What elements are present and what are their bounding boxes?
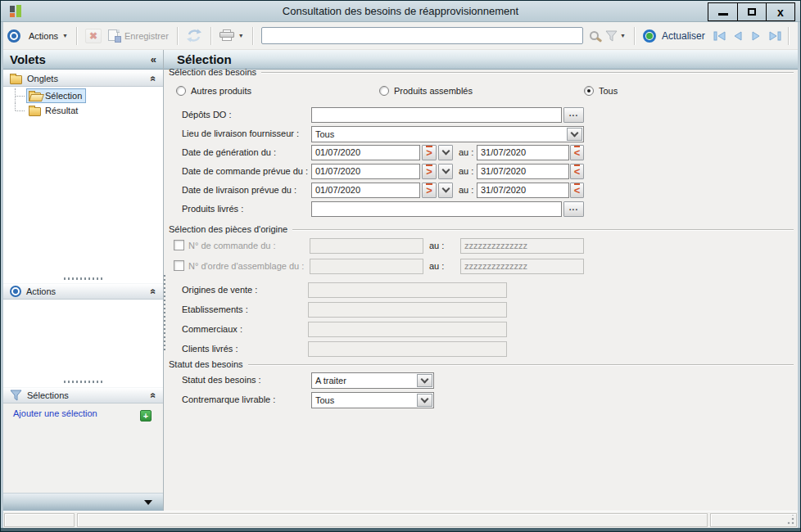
num-commande-checkbox[interactable] [174, 240, 184, 250]
folder-icon [29, 107, 41, 116]
tree-connector [15, 88, 26, 103]
radio-tous[interactable] [584, 86, 594, 96]
num-assemblage-from-input [310, 259, 423, 274]
field-label: N° d'ordre d'assemblage du : [188, 259, 304, 273]
actions-menu-button[interactable]: Actions ▼ [25, 29, 71, 43]
depots-input[interactable] [311, 107, 562, 123]
field-label: Lieu de livraison fournisseur : [182, 126, 299, 141]
main-panel: Sélection Sélection des besoins Autres p… [164, 50, 798, 511]
depots-lookup-button[interactable]: ... [563, 107, 584, 123]
actions-menu-label: Actions [29, 31, 58, 41]
chevron-down-icon [571, 128, 579, 137]
splitter-handle[interactable] [64, 381, 103, 383]
delete-button[interactable]: ✖ [82, 26, 105, 46]
field-label: Date de commande prévue du : [182, 164, 308, 178]
group-caption-text: Sélection des pièces d'origine [169, 224, 287, 234]
toolbar-separator [210, 27, 211, 45]
group-caption-besoins: Sélection des besoins [169, 66, 794, 78]
date-back-button[interactable]: < [570, 164, 584, 179]
maximize-button[interactable] [737, 3, 766, 20]
date-commande-to-input[interactable]: 31/07/2020 [477, 164, 569, 179]
date-back-button[interactable]: < [570, 145, 584, 160]
section-header-actions[interactable]: Actions « [3, 283, 163, 300]
tree-item-label: Sélection [45, 91, 82, 101]
produits-livres-input[interactable] [311, 201, 562, 217]
sidebar-title-bar: Volets « [3, 50, 163, 70]
nav-next-icon [750, 31, 762, 41]
origines-input [308, 282, 507, 298]
au-label: au : [459, 164, 473, 178]
tree-item-selection[interactable]: Sélection [15, 88, 86, 103]
date-next-button[interactable]: > [422, 145, 437, 160]
date-generation-from-input[interactable]: 01/07/2020 [311, 145, 420, 160]
folder-icon [10, 75, 22, 84]
toolbar: Actions ▼ ✖ Enregistrer ▼ ▼ [1, 22, 800, 50]
statut-besoins-combo[interactable]: A traiter [311, 372, 434, 389]
radio-produits-assembles[interactable] [379, 86, 389, 96]
add-selection-plus-button[interactable]: + [140, 410, 152, 422]
date-commande-from-input[interactable]: 01/07/2020 [311, 164, 420, 179]
date-dropdown-button[interactable] [438, 183, 453, 198]
splitter-handle[interactable] [64, 277, 103, 280]
window-frame [1, 528, 800, 531]
close-icon: x [777, 7, 784, 18]
search-input[interactable] [261, 27, 583, 44]
window-frame [1, 22, 3, 531]
actualiser-label: Actualiser [662, 30, 705, 42]
section-label: Actions [26, 286, 146, 296]
vertical-splitter-handle[interactable] [164, 275, 165, 350]
print-button[interactable]: ▼ [216, 27, 247, 44]
date-generation-to-input[interactable]: 31/07/2020 [477, 145, 569, 160]
section-header-selections[interactable]: Sélections « [3, 387, 163, 404]
close-button[interactable]: x [766, 3, 794, 20]
nav-last-button[interactable] [765, 28, 783, 44]
combo-dropdown-button[interactable] [417, 374, 432, 387]
tree-item-resultat[interactable]: Résultat [15, 103, 82, 118]
field-row-clients-livres: Clients livrés : [164, 341, 798, 358]
date-forward-icon: > [426, 186, 432, 196]
toolbar-separator [252, 27, 253, 45]
actualiser-icon [643, 29, 656, 43]
combo-dropdown-button[interactable] [417, 394, 432, 407]
nav-first-button[interactable] [712, 28, 730, 44]
combo-value: Tous [315, 128, 334, 141]
au-label: au : [429, 259, 444, 273]
section-label: Onglets [27, 74, 146, 83]
expand-down-icon[interactable] [144, 500, 152, 505]
nav-previous-button[interactable] [730, 28, 748, 44]
date-dropdown-button[interactable] [438, 164, 453, 179]
collapse-panel-icon[interactable]: « [151, 53, 156, 65]
save-button[interactable]: Enregistrer [105, 27, 172, 45]
date-livraison-to-input[interactable]: 31/07/2020 [477, 183, 569, 198]
actualiser-button[interactable]: Actualiser [640, 27, 712, 45]
search-icon[interactable] [590, 31, 599, 40]
au-label: au : [429, 238, 444, 253]
radio-row: Autres produits Produits assemblés Tous [164, 84, 798, 101]
date-next-button[interactable]: > [422, 164, 437, 179]
section-header-onglets[interactable]: Onglets « [3, 70, 163, 87]
minimize-button[interactable] [708, 3, 737, 20]
filter-button[interactable]: ▼ [602, 28, 629, 44]
radio-label: Autres produits [191, 84, 251, 97]
nav-next-button[interactable] [747, 28, 765, 44]
num-commande-to-input: zzzzzzzzzzzzzz [460, 238, 584, 254]
date-next-button[interactable]: > [422, 183, 437, 198]
field-row-num-assemblage: N° d'ordre d'assemblage du : au : zzzzzz… [164, 259, 798, 275]
radio-autres-produits[interactable] [176, 86, 186, 96]
lieu-livraison-combo[interactable]: Tous [311, 126, 584, 142]
contremarque-combo[interactable]: Tous [311, 392, 434, 408]
refresh-button[interactable] [183, 26, 206, 45]
page-title: Sélection [170, 52, 791, 66]
field-label: Etablissements : [182, 302, 248, 317]
combo-dropdown-button[interactable] [567, 128, 582, 141]
num-assemblage-checkbox[interactable] [174, 260, 184, 271]
date-dropdown-button[interactable] [438, 145, 453, 160]
add-selection-link[interactable]: Ajouter une sélection [13, 408, 97, 418]
date-back-button[interactable]: < [570, 183, 584, 198]
field-row-date-livraison: Date de livraison prévue du : 01/07/2020… [164, 183, 798, 199]
toolbar-separator [788, 27, 789, 45]
resize-grip-icon[interactable] [785, 515, 794, 525]
produits-livres-lookup-button[interactable]: ... [563, 201, 584, 217]
date-livraison-from-input[interactable]: 01/07/2020 [311, 183, 420, 198]
status-cell [77, 513, 708, 527]
